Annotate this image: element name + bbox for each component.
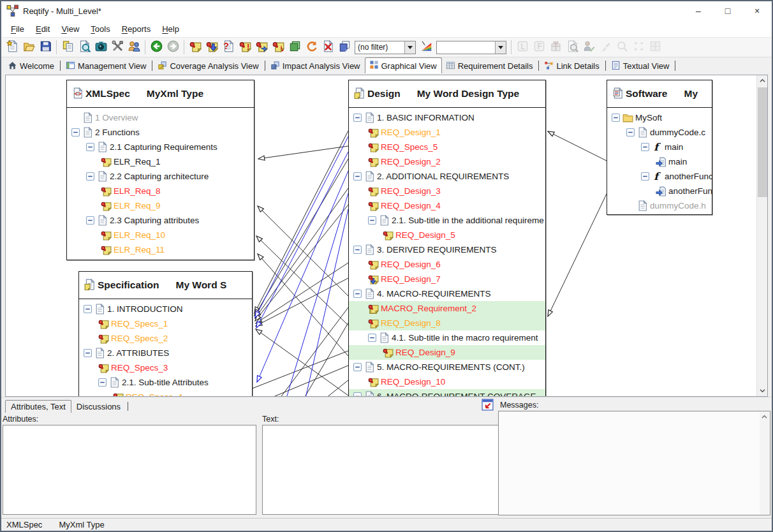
expand-toggle[interactable]	[626, 128, 635, 137]
tools-button[interactable]	[109, 39, 126, 55]
menu-file[interactable]: File	[5, 22, 30, 36]
expand-toggle[interactable]	[353, 290, 362, 298]
tree-item[interactable]: REQ_Specs_5	[349, 140, 545, 154]
filter-combobox[interactable]: (no filter)	[355, 41, 416, 54]
messages-scrollbar[interactable]	[760, 412, 769, 514]
menu-reports[interactable]: Reports	[116, 22, 157, 36]
tab-requirement-details[interactable]: Requirement Details	[442, 59, 538, 73]
back-button[interactable]	[148, 39, 165, 55]
expand-toggle[interactable]	[641, 143, 649, 151]
link-requirement-button[interactable]	[253, 39, 270, 55]
color-filter-button[interactable]	[418, 39, 434, 55]
tree-item[interactable]: REQ_Design_3	[349, 184, 545, 198]
scrollbar-thumb[interactable]	[758, 87, 767, 197]
text-textarea[interactable]	[262, 425, 512, 515]
tree-item[interactable]: dummyCode.h	[607, 198, 712, 213]
new-file-button[interactable]	[4, 39, 20, 55]
tab-graphical-view[interactable]: Graphical View	[365, 57, 442, 73]
tab-welcome[interactable]: Welcome	[4, 59, 59, 73]
tab-impact-analysis-view[interactable]: Impact Analysis View	[267, 59, 365, 73]
tree-item[interactable]: ELR_Req_11	[67, 242, 254, 257]
tree-item[interactable]: 1. INTRODUCTION	[79, 302, 252, 316]
tree-item[interactable]: 2.1. Sub-title in the additional require…	[349, 213, 545, 228]
requirement-alert-button[interactable]	[270, 39, 286, 55]
tab-coverage-analysis-view[interactable]: Coverage Analysis View	[154, 59, 263, 73]
tree-item[interactable]: 2. ADDITIONAL REQUIREMENTS	[349, 169, 545, 184]
forward-button[interactable]	[165, 39, 181, 55]
expand-toggle[interactable]	[353, 392, 362, 397]
snapshot-camera-button[interactable]	[92, 39, 109, 55]
canvas-vertical-scrollbar[interactable]	[756, 75, 767, 396]
bottom-tab-attributes-text[interactable]: Attributes, Text	[5, 400, 71, 413]
tree-item[interactable]: REQ_Design_5	[349, 228, 545, 242]
expand-toggle[interactable]	[612, 114, 620, 122]
tree-item[interactable]: fmain	[607, 140, 712, 154]
tree-item[interactable]: REQ_Specs_3	[79, 360, 252, 375]
expand-toggle[interactable]	[353, 363, 362, 371]
maximize-button[interactable]: □	[713, 1, 742, 20]
tree-item[interactable]: anotherFun	[607, 184, 712, 198]
dropdown-arrow-icon[interactable]	[495, 41, 506, 54]
expand-toggle[interactable]	[368, 216, 376, 225]
copy-document-button[interactable]	[59, 39, 76, 55]
save-button[interactable]	[37, 39, 54, 55]
tab-textual-view[interactable]: Textual View	[607, 59, 674, 73]
requirement-question-button[interactable]: ?	[220, 39, 237, 55]
expand-toggle[interactable]	[84, 349, 92, 357]
requirement-warning-button[interactable]: !	[237, 39, 253, 55]
tree-item[interactable]: REQ_Design_8	[349, 316, 545, 330]
tree-item[interactable]: ELR_Req_10	[67, 228, 254, 242]
expand-toggle[interactable]	[353, 114, 362, 122]
search-document-button[interactable]	[76, 39, 92, 55]
tree-item[interactable]: REQ_Specs_2	[79, 331, 252, 346]
search-combobox[interactable]	[436, 41, 506, 54]
bottom-tab-discussions[interactable]: Discussions	[71, 400, 126, 413]
tree-item[interactable]: 2.3 Capturing attributes	[67, 213, 254, 228]
tree-item[interactable]: 2. ATTRIBUTES	[79, 346, 252, 360]
tree-item[interactable]: REQ_Design_2	[349, 154, 545, 169]
import-requirement-button[interactable]	[203, 39, 220, 55]
expand-toggle[interactable]	[84, 305, 92, 313]
refresh-loop-button[interactable]	[303, 39, 320, 55]
scroll-up-icon[interactable]	[757, 75, 768, 86]
tab-link-details[interactable]: Link Details	[540, 59, 603, 73]
menu-edit[interactable]: Edit	[30, 22, 55, 36]
expand-toggle[interactable]	[86, 143, 94, 151]
menu-tools[interactable]: Tools	[85, 22, 115, 36]
add-requirement-button[interactable]	[187, 39, 203, 55]
menu-help[interactable]: Help	[156, 22, 185, 36]
expand-toggle[interactable]	[98, 378, 107, 387]
expand-toggle[interactable]	[353, 246, 362, 254]
tree-item[interactable]: 4.1. Sub-title in the macro requirement	[349, 330, 545, 345]
expand-toggle[interactable]	[368, 334, 376, 342]
close-button[interactable]: ×	[742, 1, 772, 20]
tree-item[interactable]: ELR_Req_1	[67, 154, 254, 169]
tree-item[interactable]: REQ_Specs_4	[79, 390, 252, 397]
users-button[interactable]	[126, 39, 142, 55]
expand-toggle[interactable]	[86, 172, 94, 181]
tab-management-view[interactable]: Management View	[62, 59, 151, 73]
tree-item[interactable]: 5. MACRO-REQUIREMENTS (CONT.)	[349, 360, 545, 374]
tree-item[interactable]: REQ_Design_7	[349, 272, 545, 286]
tree-item[interactable]: 3. DERIVED REQUIREMENTS	[349, 242, 545, 257]
coverage-layers-button[interactable]	[286, 39, 303, 55]
tree-item[interactable]: dummyCode.c	[607, 125, 712, 140]
tree-item[interactable]: REQ_Design_9	[349, 345, 545, 360]
menu-view[interactable]: View	[55, 22, 85, 36]
tree-item[interactable]: main	[607, 154, 712, 169]
attributes-textarea[interactable]	[3, 425, 256, 515]
tree-item[interactable]: REQ_Design_10	[349, 374, 545, 389]
tree-item[interactable]: REQ_Design_4	[349, 198, 545, 213]
tree-item[interactable]: MySoft	[607, 110, 712, 125]
tree-item[interactable]: ELR_Req_8	[67, 184, 254, 198]
tree-item[interactable]: 2 Functions	[67, 125, 254, 140]
scroll-down-icon[interactable]	[757, 385, 768, 396]
expand-toggle[interactable]	[641, 172, 649, 181]
expand-toggle[interactable]	[86, 216, 94, 225]
tree-item[interactable]: REQ_Design_6	[349, 257, 545, 272]
delete-page-button[interactable]	[320, 39, 336, 55]
tree-item[interactable]: fanotherFuncti	[607, 169, 712, 184]
tree-item[interactable]: 1 Overview	[67, 110, 254, 125]
tree-item[interactable]: REQ_Specs_1	[79, 316, 252, 331]
tree-item[interactable]: MACRO_Requirement_2	[349, 301, 545, 316]
